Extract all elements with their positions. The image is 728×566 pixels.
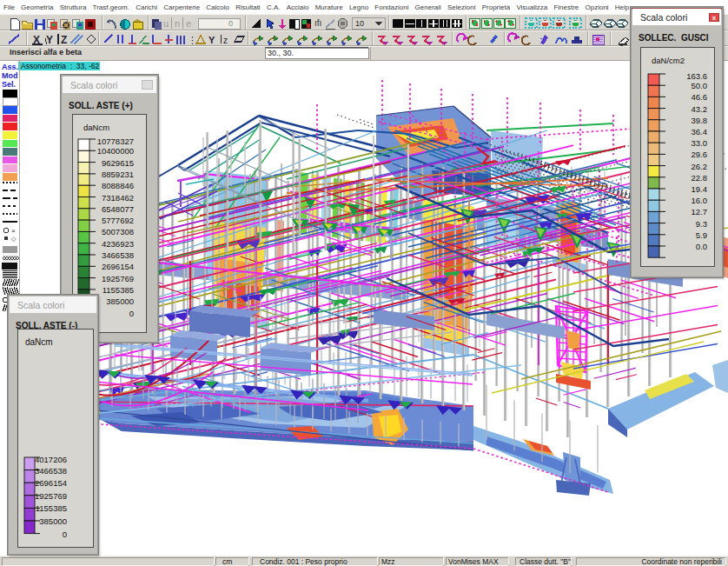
svg-text:5777692: 5777692 — [102, 216, 134, 225]
svg-text:8859231: 8859231 — [102, 170, 134, 179]
svg-text:43.2: 43.2 — [692, 104, 708, 114]
svg-text:daNcm: daNcm — [83, 123, 109, 132]
svg-text:Visualizza: Visualizza — [516, 3, 547, 11]
svg-text:Classe dutt. "B": Classe dutt. "B" — [520, 557, 571, 566]
svg-text:Condiz. 001 : Peso proprio: Condiz. 001 : Peso proprio — [260, 557, 347, 566]
svg-text:2696154: 2696154 — [102, 262, 134, 271]
svg-text:1155385: 1155385 — [36, 503, 67, 513]
svg-text:36.4: 36.4 — [692, 127, 708, 137]
svg-text:Generali: Generali — [415, 3, 441, 11]
svg-text:12.7: 12.7 — [692, 207, 708, 216]
svg-text:File: File — [3, 3, 15, 11]
svg-text:Y: Y — [208, 35, 215, 45]
svg-text:5.9: 5.9 — [696, 230, 707, 240]
svg-text:Murature: Murature — [315, 3, 344, 11]
svg-text:9.3: 9.3 — [696, 219, 707, 229]
svg-text:Mzz: Mzz — [381, 557, 395, 566]
svg-text:Ass.: Ass. — [2, 63, 18, 71]
svg-text:29.6: 29.6 — [692, 150, 708, 159]
svg-text:z: z — [223, 36, 228, 45]
svg-text:Proprietà: Proprietà — [482, 3, 511, 11]
svg-text:5007308: 5007308 — [102, 227, 134, 236]
svg-text:Finestre: Finestre — [553, 3, 579, 11]
svg-text:9629615: 9629615 — [102, 158, 134, 168]
svg-text:10778327: 10778327 — [97, 137, 134, 146]
svg-text:19.4: 19.4 — [692, 184, 708, 194]
svg-text:Legno: Legno — [349, 3, 369, 11]
svg-text:Mod: Mod — [2, 71, 18, 80]
svg-text:u: u — [163, 18, 169, 29]
svg-text:1925769: 1925769 — [35, 491, 67, 501]
svg-text:Z: Z — [61, 34, 67, 46]
svg-text:22.8: 22.8 — [692, 173, 708, 183]
svg-text:◇: ◇ — [11, 236, 17, 242]
svg-text:Assonometria : 33, -62: Assonometria : 33, -62 — [21, 62, 100, 70]
svg-text:daNcm: daNcm — [25, 337, 53, 347]
svg-text:385000: 385000 — [39, 516, 67, 526]
svg-text:Geometria: Geometria — [21, 3, 54, 11]
svg-text:C.A.: C.A. — [267, 3, 281, 11]
svg-text:daN/cm2: daN/cm2 — [652, 56, 685, 65]
svg-text:n: n — [175, 18, 180, 29]
svg-text:26.2: 26.2 — [692, 162, 708, 171]
svg-text:8088846: 8088846 — [102, 181, 134, 190]
svg-text:16.0: 16.0 — [692, 196, 708, 205]
svg-text:cm: cm — [222, 557, 232, 566]
svg-text:Risultati: Risultati — [235, 3, 261, 11]
svg-text:33.0: 33.0 — [692, 138, 708, 148]
svg-text:Selezioni: Selezioni — [447, 3, 476, 11]
svg-text:46.6: 46.6 — [692, 92, 708, 102]
svg-text:VonMises MAX: VonMises MAX — [448, 557, 499, 566]
svg-text:Opzioni: Opzioni — [586, 3, 609, 11]
svg-text:×: × — [11, 227, 16, 235]
svg-text:6548077: 6548077 — [102, 204, 134, 214]
svg-text:Trasf.geom.: Trasf.geom. — [93, 3, 129, 11]
svg-text:3466538: 3466538 — [102, 250, 134, 260]
svg-text:Inserisci alfa e beta: Inserisci alfa e beta — [10, 48, 83, 57]
svg-text:7318462: 7318462 — [102, 193, 134, 203]
svg-text:Fondazioni: Fondazioni — [374, 3, 408, 11]
svg-text:4017206: 4017206 — [35, 455, 67, 464]
svg-text:ıfı: ıfı — [314, 18, 321, 28]
svg-text:3466538: 3466538 — [35, 466, 67, 476]
svg-text:1155385: 1155385 — [103, 285, 134, 295]
svg-text:50.0: 50.0 — [692, 81, 708, 90]
svg-text:e: e — [186, 18, 191, 29]
svg-text:10400000: 10400000 — [97, 146, 134, 156]
svg-text:Sel.: Sel. — [2, 80, 16, 89]
svg-text:163.6: 163.6 — [686, 71, 707, 81]
svg-text:0: 0 — [63, 529, 67, 539]
svg-text:Struttura: Struttura — [60, 3, 87, 11]
svg-text:Carpenterie: Carpenterie — [163, 3, 200, 11]
svg-text:385000: 385000 — [106, 296, 134, 306]
svg-text:4236923: 4236923 — [102, 239, 134, 249]
svg-text:39.8: 39.8 — [692, 116, 708, 125]
svg-text:Coordinate non reperibili: Coordinate non reperibili — [641, 557, 722, 566]
svg-text:0: 0 — [228, 19, 233, 28]
svg-text:10: 10 — [355, 19, 364, 28]
svg-text:30., 30.: 30., 30. — [268, 49, 294, 57]
svg-text:1925769: 1925769 — [102, 274, 134, 283]
svg-text:0: 0 — [129, 309, 134, 318]
svg-text:Acciaio: Acciaio — [287, 3, 309, 11]
svg-text:Calcolo: Calcolo — [206, 3, 229, 11]
svg-text:Carichi: Carichi — [136, 3, 157, 11]
svg-text:Help: Help — [615, 3, 630, 11]
svg-text:2696154: 2696154 — [35, 478, 67, 488]
svg-text:0.0: 0.0 — [696, 242, 707, 251]
